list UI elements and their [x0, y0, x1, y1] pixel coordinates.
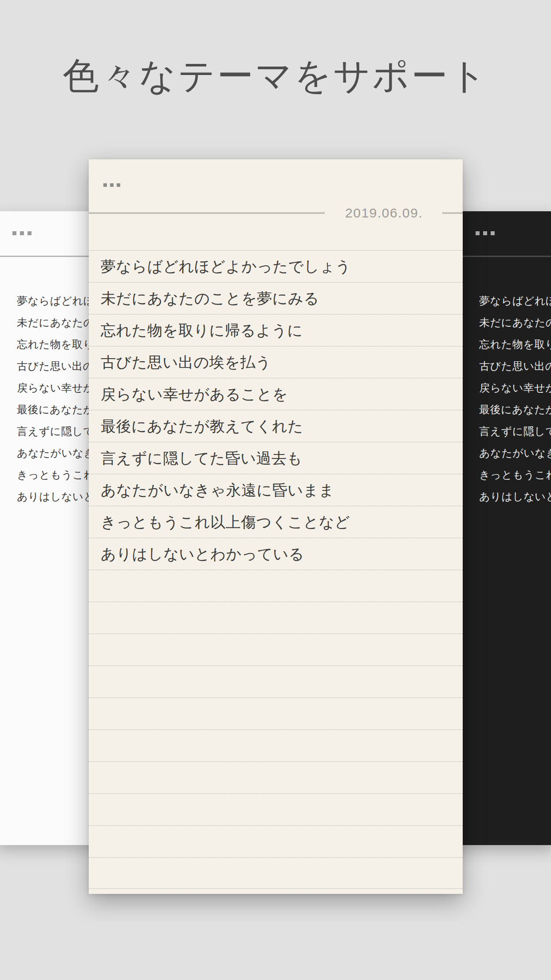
- menu-dot: [28, 231, 31, 235]
- note-row[interactable]: ありはしないとわかっている: [89, 537, 463, 569]
- note-row-empty[interactable]: [89, 665, 463, 697]
- note-row[interactable]: 未だにあなたのことを夢にみる: [89, 282, 463, 314]
- note-row-empty[interactable]: [89, 857, 463, 889]
- ellipsis-menu-icon[interactable]: [103, 183, 123, 187]
- lyric-line: 忘れた物を取りに帰るように: [479, 333, 551, 355]
- lyric-line: 最後にあなたが教えてくれた: [479, 399, 551, 420]
- note-row-empty[interactable]: [89, 633, 463, 665]
- note-row-empty[interactable]: [89, 697, 463, 729]
- lyric-line: 忘れた物を取りに帰るように: [89, 315, 463, 346]
- menu-dot: [491, 231, 495, 235]
- note-header: 2019.06.09.: [89, 204, 463, 222]
- lyric-line: 最後にあなたが教えてくれた: [89, 411, 463, 442]
- note-row-empty[interactable]: [89, 729, 463, 761]
- menu-dot: [103, 183, 107, 187]
- lyric-line: ありはしないとわかっている: [479, 486, 551, 507]
- lyric-line: 古びた思い出の埃を払う: [479, 355, 551, 377]
- note-row-empty[interactable]: [89, 601, 463, 633]
- menu-dot: [110, 183, 114, 187]
- lyric-line: 未だにあなたのことを夢にみる: [89, 283, 463, 314]
- note-date: 2019.06.09.: [345, 205, 423, 221]
- note-row[interactable]: あなたがいなきゃ永遠に昏いまま: [89, 474, 463, 506]
- ellipsis-menu-icon[interactable]: [476, 231, 498, 235]
- menu-dot: [20, 231, 24, 235]
- menu-dot: [483, 231, 487, 235]
- note-row-empty[interactable]: [89, 569, 463, 601]
- header-rule-left: [89, 212, 325, 214]
- note-row[interactable]: 戻らない幸せがあることを: [89, 378, 463, 410]
- note-row-empty[interactable]: [89, 825, 463, 857]
- note-row[interactable]: 最後にあなたが教えてくれた: [89, 410, 463, 442]
- ellipsis-menu-icon[interactable]: [12, 231, 35, 235]
- note-row[interactable]: 言えずに隠してた昏い過去も: [89, 442, 463, 474]
- note-row-empty[interactable]: [89, 793, 463, 825]
- lyric-line: 戻らない幸せがあることを: [89, 379, 463, 410]
- menu-dot: [476, 231, 480, 235]
- lyric-line: 古びた思い出の埃を払う: [89, 347, 463, 378]
- note-row[interactable]: 古びた思い出の埃を払う: [89, 346, 463, 378]
- lyric-line: あなたがいなきゃ永遠に昏いまま: [89, 474, 463, 506]
- lyric-line: 言えずに隠してた昏い過去も: [479, 420, 551, 442]
- note-lines: 夢ならばどれほどよかったでしょう 未だにあなたのことを夢にみる 忘れた物を取りに…: [479, 290, 551, 507]
- lyric-line: 未だにあなたのことを夢にみる: [479, 312, 551, 333]
- lyric-line: 戻らない幸せがあることを: [479, 377, 551, 399]
- note-lines: 夢ならばどれほどよかったでしょう 未だにあなたのことを夢にみる 忘れた物を取りに…: [89, 250, 463, 889]
- menu-dot: [117, 183, 120, 187]
- theme-card-paper: 2019.06.09. 夢ならばどれほどよかったでしょう 未だにあなたのことを夢…: [89, 159, 463, 894]
- menu-dot: [12, 231, 16, 235]
- page-title: 色々なテーマをサポート: [0, 56, 551, 96]
- header-rule-right: [442, 212, 463, 214]
- lyric-line: 夢ならばどれほどよかったでしょう: [89, 251, 463, 282]
- lyric-line: 言えずに隠してた昏い過去も: [89, 443, 463, 474]
- lyric-line: きっともうこれ以上傷つくことなど: [89, 506, 463, 537]
- note-row[interactable]: きっともうこれ以上傷つくことなど: [89, 506, 463, 537]
- note-row[interactable]: 夢ならばどれほどよかったでしょう: [89, 250, 463, 282]
- note-row-empty[interactable]: [89, 761, 463, 793]
- lyric-line: 夢ならばどれほどよかったでしょう: [479, 290, 551, 312]
- app-screenshot: { "page": { "title": "色々なテーマをサポート", "bac…: [0, 0, 551, 980]
- lyric-line: ありはしないとわかっている: [89, 538, 463, 569]
- lyric-line: あなたがいなきゃ永遠に昏いまま: [479, 442, 551, 464]
- lyric-line: きっともうこれ以上傷つくことなど: [479, 464, 551, 486]
- note-row[interactable]: 忘れた物を取りに帰るように: [89, 314, 463, 346]
